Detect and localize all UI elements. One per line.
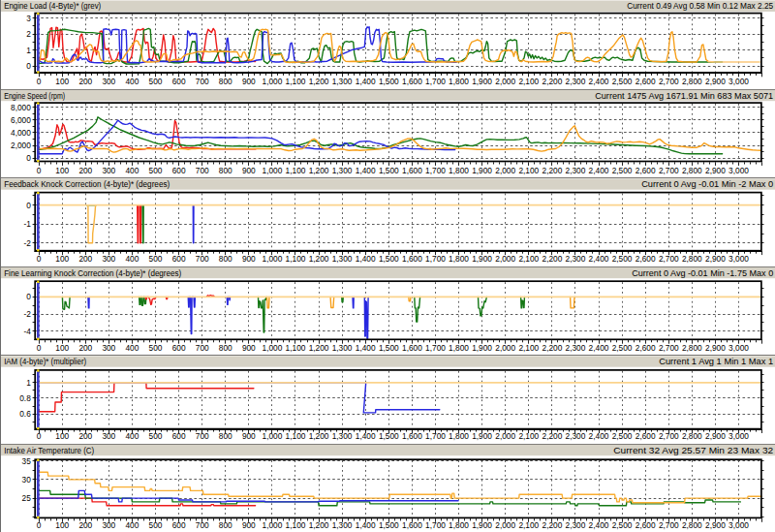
svg-text:500: 500 <box>149 166 163 175</box>
svg-text:2,000: 2,000 <box>495 166 515 175</box>
svg-text:700: 700 <box>196 254 209 264</box>
svg-text:0.6: 0.6 <box>19 409 31 419</box>
svg-text:1,000: 1,000 <box>263 431 283 441</box>
svg-text:2,900: 2,900 <box>705 520 726 530</box>
svg-text:-4: -4 <box>23 327 31 336</box>
svg-text:2,500: 2,500 <box>612 431 633 441</box>
svg-text:2,000: 2,000 <box>495 77 515 86</box>
svg-text:1,200: 1,200 <box>309 254 329 264</box>
svg-text:2,600: 2,600 <box>636 254 656 264</box>
svg-text:2: 2 <box>26 29 31 39</box>
svg-text:500: 500 <box>149 520 163 530</box>
svg-text:1,900: 1,900 <box>472 343 492 353</box>
svg-text:1,900: 1,900 <box>472 520 492 530</box>
svg-text:Current 0.49 Avg 0.58 Min 0.12: Current 0.49 Avg 0.58 Min 0.12 Max 2.25 <box>627 1 773 11</box>
svg-text:400: 400 <box>125 77 139 86</box>
svg-text:1,600: 1,600 <box>402 520 422 530</box>
svg-text:2,900: 2,900 <box>705 77 726 86</box>
svg-text:0: 0 <box>37 166 42 175</box>
svg-text:2,700: 2,700 <box>659 254 679 264</box>
svg-text:100: 100 <box>55 431 69 441</box>
svg-text:1,900: 1,900 <box>472 166 492 175</box>
svg-text:300: 300 <box>102 166 115 175</box>
svg-text:700: 700 <box>196 343 209 353</box>
svg-text:2,100: 2,100 <box>518 431 539 441</box>
svg-text:Current 0 Avg -0.01 Min -1.75: Current 0 Avg -0.01 Min -1.75 Max 0 <box>632 268 773 278</box>
svg-text:2,900: 2,900 <box>705 254 726 264</box>
svg-text:Feedback Knock Correction (4-b: Feedback Knock Correction (4-byte)* (deg… <box>4 179 170 189</box>
svg-text:2,000: 2,000 <box>11 141 31 150</box>
svg-text:300: 300 <box>102 520 115 530</box>
svg-text:2,400: 2,400 <box>589 431 609 441</box>
svg-text:900: 900 <box>242 520 256 530</box>
svg-text:2,500: 2,500 <box>612 520 633 530</box>
svg-text:700: 700 <box>196 431 209 441</box>
svg-text:100: 100 <box>55 343 69 353</box>
svg-text:1,200: 1,200 <box>309 166 329 175</box>
svg-text:300: 300 <box>102 254 115 264</box>
svg-text:2,300: 2,300 <box>566 520 586 530</box>
svg-text:0: 0 <box>37 77 42 86</box>
svg-text:300: 300 <box>102 431 115 441</box>
svg-text:2,100: 2,100 <box>518 254 539 264</box>
svg-text:1,300: 1,300 <box>332 431 353 441</box>
svg-text:1,800: 1,800 <box>449 254 469 264</box>
svg-text:900: 900 <box>242 431 256 441</box>
svg-text:Fine Learning Knock Correction: Fine Learning Knock Correction (4-byte)*… <box>4 268 181 278</box>
svg-text:2,800: 2,800 <box>682 77 702 86</box>
svg-text:0: 0 <box>37 254 42 264</box>
svg-text:100: 100 <box>55 77 69 86</box>
svg-text:1,000: 1,000 <box>263 343 283 353</box>
svg-text:400: 400 <box>125 431 139 441</box>
svg-text:600: 600 <box>172 254 186 264</box>
svg-text:2,400: 2,400 <box>589 343 609 353</box>
svg-text:200: 200 <box>78 77 92 86</box>
svg-text:200: 200 <box>78 431 92 441</box>
svg-text:2,700: 2,700 <box>659 431 679 441</box>
svg-text:2,800: 2,800 <box>682 520 702 530</box>
svg-text:1,800: 1,800 <box>449 166 469 175</box>
svg-text:1,600: 1,600 <box>402 343 422 353</box>
svg-text:900: 900 <box>242 77 256 86</box>
svg-text:700: 700 <box>196 520 209 530</box>
svg-text:Current 1 Avg 1 Min 1 Max 1: Current 1 Avg 1 Min 1 Max 1 <box>659 357 773 366</box>
svg-text:3,000: 3,000 <box>728 254 749 264</box>
svg-text:2,400: 2,400 <box>589 254 609 264</box>
svg-text:2,700: 2,700 <box>659 520 679 530</box>
svg-text:25: 25 <box>22 493 32 503</box>
svg-text:4,000: 4,000 <box>11 128 31 138</box>
svg-text:1,400: 1,400 <box>356 431 376 441</box>
svg-text:6,000: 6,000 <box>11 115 31 125</box>
svg-text:0: 0 <box>26 153 31 163</box>
svg-text:1,200: 1,200 <box>309 343 329 353</box>
svg-text:2,200: 2,200 <box>542 520 563 530</box>
svg-text:600: 600 <box>172 520 186 530</box>
svg-text:1,600: 1,600 <box>402 431 422 441</box>
svg-text:1,000: 1,000 <box>263 254 283 264</box>
svg-text:2,700: 2,700 <box>659 166 679 175</box>
svg-text:1,800: 1,800 <box>449 343 469 353</box>
svg-text:1,200: 1,200 <box>309 77 329 86</box>
svg-text:1,300: 1,300 <box>332 77 353 86</box>
svg-text:600: 600 <box>172 343 186 353</box>
svg-text:1,600: 1,600 <box>402 254 422 264</box>
svg-text:2,000: 2,000 <box>495 520 515 530</box>
svg-text:2,300: 2,300 <box>566 254 586 264</box>
svg-text:2,600: 2,600 <box>636 520 656 530</box>
svg-text:8,000: 8,000 <box>11 103 31 112</box>
svg-text:1,800: 1,800 <box>449 431 469 441</box>
svg-text:2,900: 2,900 <box>705 343 726 353</box>
svg-text:500: 500 <box>149 431 163 441</box>
svg-text:1,000: 1,000 <box>263 77 283 86</box>
svg-text:400: 400 <box>125 254 139 264</box>
svg-text:2,300: 2,300 <box>566 166 586 175</box>
svg-text:1,200: 1,200 <box>309 520 329 530</box>
svg-text:2,800: 2,800 <box>682 343 702 353</box>
svg-text:1,500: 1,500 <box>379 520 399 530</box>
svg-text:1,700: 1,700 <box>425 254 446 264</box>
svg-text:1: 1 <box>26 46 31 55</box>
svg-text:1,100: 1,100 <box>286 431 306 441</box>
svg-text:Current 32 Avg 25.57 Min 23 Ma: Current 32 Avg 25.57 Min 23 Max 32 <box>613 446 773 455</box>
svg-text:2,100: 2,100 <box>518 343 539 353</box>
svg-text:2,300: 2,300 <box>566 431 586 441</box>
